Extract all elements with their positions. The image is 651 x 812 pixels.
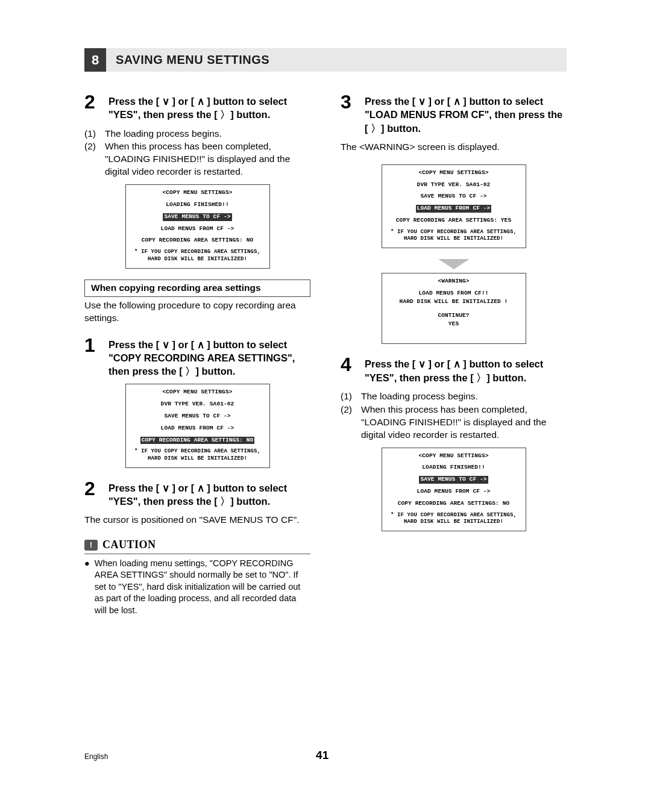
right-column: 3 Press the [ ∨ ] or [ ∧ ] button to sel…	[341, 92, 567, 616]
menu-title: <COPY MENU SETTINGS>	[132, 389, 263, 396]
menu-row: HARD DISK WILL BE INITIALIZED !	[388, 298, 520, 306]
sub-heading: When copying recording area settings	[84, 280, 310, 297]
menu-row: COPY RECORDING AREA SETTINGS: YES	[388, 217, 520, 225]
menu-note: * IF YOU COPY RECORDING AREA SETTINGS, H…	[388, 512, 520, 526]
menu-row: SAVE MENUS TO CF ->	[388, 193, 520, 201]
page-footer: English 41	[84, 749, 567, 762]
step-number: 1	[84, 336, 99, 378]
step-1: 1 Press the [ ∨ ] or [ ∧ ] button to sel…	[84, 336, 310, 378]
step-text: Press the [ ∨ ] or [ ∧ ] button to selec…	[108, 336, 310, 378]
menu-note: * IF YOU COPY RECORDING AREA SETTINGS, H…	[388, 229, 520, 243]
step-number: 3	[341, 92, 355, 135]
left-column: 2 Press the [ ∨ ] or [ ∧ ] button to sel…	[84, 92, 310, 616]
list-number: (1)	[341, 390, 356, 403]
arrow-down-icon	[341, 259, 567, 269]
menu-row: LOADING FINISHED!!	[388, 464, 520, 472]
menu-row-highlight: SAVE MENUS TO CF ->	[163, 213, 231, 221]
step-number: 4	[341, 355, 355, 384]
step-2b: 2 Press the [ ∨ ] or [ ∧ ] button to sel…	[84, 479, 310, 508]
step-4: 4 Press the [ ∨ ] or [ ∧ ] button to sel…	[341, 355, 567, 384]
list-number: (2)	[341, 404, 356, 442]
menu-note: * IF YOU COPY RECORDING AREA SETTINGS, H…	[132, 448, 263, 462]
page-number: 41	[108, 749, 536, 762]
list-text: When this process has been completed, "L…	[105, 140, 310, 178]
list-text: The loading process begins.	[361, 390, 478, 403]
step-number: 2	[84, 92, 99, 122]
list-number: (1)	[84, 128, 100, 140]
ordered-list: (1)The loading process begins. (2)When t…	[84, 128, 310, 179]
menu-title: <WARNING>	[388, 278, 520, 286]
caution-text: When loading menu settings, "COPY RECORD…	[95, 558, 310, 617]
list-text: The loading process begins.	[105, 128, 222, 140]
menu-title: <COPY MENU SETTINGS>	[388, 452, 520, 460]
step-2: 2 Press the [ ∨ ] or [ ∧ ] button to sel…	[84, 92, 310, 122]
menu-row: DVR TYPE VER. SA01-02	[132, 401, 263, 408]
warning-screen: <WARNING> LOAD MENUS FROM CF!! HARD DISK…	[382, 273, 526, 344]
caution-icon: !	[84, 540, 98, 551]
caution-title: CAUTION	[102, 537, 156, 552]
step-text: Press the [ ∨ ] or [ ∧ ] button to selec…	[108, 479, 310, 508]
list-number: (2)	[84, 140, 100, 178]
step-text: Press the [ ∨ ] or [ ∧ ] button to selec…	[365, 92, 567, 135]
menu-screen: <COPY MENU SETTINGS> DVR TYPE VER. SA01-…	[382, 164, 526, 249]
menu-row-highlight: COPY RECORDING AREA SETTINGS: NO	[140, 437, 255, 445]
list-text: When this process has been completed, "L…	[361, 404, 567, 442]
menu-row: SAVE MENUS TO CF ->	[132, 413, 263, 420]
menu-note: * IF YOU COPY RECORDING AREA SETTINGS, H…	[132, 249, 263, 263]
ordered-list: (1)The loading process begins. (2)When t…	[341, 390, 567, 442]
caution-block: ! CAUTION ● When loading menu settings, …	[84, 537, 310, 616]
menu-row: CONTINUE?	[388, 312, 520, 320]
paragraph: The cursor is positioned on "SAVE MENUS …	[84, 514, 310, 526]
menu-row-highlight: LOAD MENUS FROM CF ->	[416, 205, 492, 213]
section-number: 8	[84, 48, 106, 72]
step-text: Press the [ ∨ ] or [ ∧ ] button to selec…	[365, 355, 567, 384]
menu-screen: <COPY MENU SETTINGS> DVR TYPE VER. SA01-…	[125, 384, 270, 468]
menu-row: COPY RECORDING AREA SETTINGS: NO	[388, 500, 520, 508]
menu-row: LOADING FINISHED!!	[132, 201, 263, 209]
menu-screen: <COPY MENU SETTINGS> LOADING FINISHED!! …	[382, 448, 526, 532]
menu-row-highlight: SAVE MENUS TO CF ->	[419, 476, 488, 484]
menu-screen: <COPY MENU SETTINGS> LOADING FINISHED!! …	[125, 184, 270, 269]
paragraph: Use the following procedure to copy reco…	[84, 299, 310, 325]
section-title: SAVING MENU SETTINGS	[106, 48, 567, 72]
menu-title: <COPY MENU SETTINGS>	[132, 189, 263, 197]
menu-row: LOAD MENUS FROM CF ->	[132, 225, 263, 233]
menu-row: LOAD MENUS FROM CF!!	[388, 290, 520, 298]
step-3: 3 Press the [ ∨ ] or [ ∧ ] button to sel…	[341, 92, 567, 135]
menu-title: <COPY MENU SETTINGS>	[388, 169, 520, 177]
bullet-icon: ●	[84, 558, 90, 617]
step-text: Press the [ ∨ ] or [ ∧ ] button to selec…	[108, 92, 310, 122]
menu-row: COPY RECORDING AREA SETTINGS: NO	[132, 237, 263, 245]
menu-row: LOAD MENUS FROM CF ->	[388, 488, 520, 496]
menu-row: DVR TYPE VER. SA01-02	[388, 181, 520, 189]
step-number: 2	[84, 479, 99, 508]
menu-row: YES	[388, 320, 520, 328]
section-header: 8 SAVING MENU SETTINGS	[84, 48, 567, 72]
footer-language: English	[84, 752, 108, 761]
paragraph: The <WARNING> screen is displayed.	[341, 141, 567, 154]
menu-row: LOAD MENUS FROM CF ->	[132, 425, 263, 433]
